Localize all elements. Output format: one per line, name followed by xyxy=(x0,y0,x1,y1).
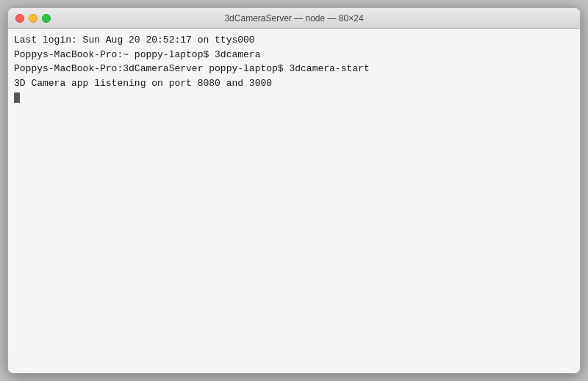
window-title: 3dCameraServer — node — 80×24 xyxy=(224,13,363,23)
terminal-line: 3D Camera app listening on port 8080 and… xyxy=(14,76,574,91)
maximize-button[interactable] xyxy=(42,14,51,23)
terminal-body[interactable]: Last login: Sun Aug 20 20:52:17 on ttys0… xyxy=(8,29,580,373)
terminal-line: Last login: Sun Aug 20 20:52:17 on ttys0… xyxy=(14,33,574,48)
title-bar: 3dCameraServer — node — 80×24 xyxy=(8,8,580,29)
cursor xyxy=(14,92,20,103)
minimize-button[interactable] xyxy=(29,14,37,23)
terminal-window: 3dCameraServer — node — 80×24 Last login… xyxy=(7,7,581,374)
close-button[interactable] xyxy=(15,14,24,23)
traffic-lights xyxy=(15,14,51,23)
terminal-cursor-line xyxy=(14,90,574,105)
terminal-line: Poppys-MacBook-Pro:~ poppy-laptop$ 3dcam… xyxy=(14,48,574,62)
terminal-line: Poppys-MacBook-Pro:3dCameraServer poppy-… xyxy=(14,62,574,76)
